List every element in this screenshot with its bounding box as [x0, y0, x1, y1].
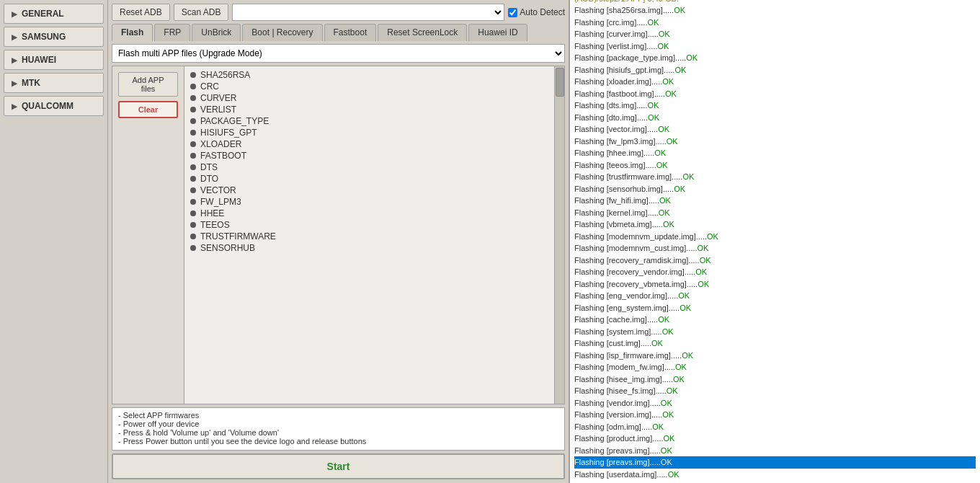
sidebar-item-samsung[interactable]: ▶ SAMSUNG	[4, 27, 104, 47]
log-line: Flashing [xloader.img].....OK	[574, 76, 976, 88]
instructions-panel: - Select APP firmwares- Power off your d…	[112, 407, 565, 451]
list-item: FASTBOOT	[190, 150, 548, 161]
log-line: Flashing [hisee_fs.img].....OK	[574, 385, 976, 397]
list-item: CURVER	[190, 92, 548, 104]
list-item: CRC	[190, 81, 548, 92]
log-line: Flashing [product.img].....OK	[574, 433, 976, 445]
arrow-icon: ▶	[12, 56, 17, 64]
list-item: SHA256RSA	[190, 69, 548, 81]
list-item: DTO	[190, 173, 548, 185]
file-controls: Add APP files Clear	[112, 66, 184, 404]
list-item: XLOADER	[190, 138, 548, 150]
reset-adb-button[interactable]: Reset ADB	[112, 4, 170, 21]
tab-boot-recovery[interactable]: Boot | Recovery	[242, 24, 322, 41]
log-line: Flashing [vbmeta.img].....OK	[574, 218, 976, 231]
list-item: VERLIST	[190, 104, 548, 115]
log-line: Flashing [package_type.img].....OK	[574, 52, 976, 64]
list-item: SENSORHUB	[190, 242, 548, 254]
dot-icon	[190, 222, 196, 228]
log-line: Flashing [preavs.img].....OK	[574, 456, 976, 469]
tab-frp[interactable]: FRP	[154, 24, 190, 41]
log-line: Flashing [eng_system.img].....OK	[574, 302, 976, 314]
log-line: Flashing [fw_hifi.img].....OK	[574, 195, 976, 207]
log-line: Flashing [modem_fw.img].....OK	[574, 361, 976, 373]
auto-detect-wrap: Auto Detect	[508, 7, 565, 17]
log-line: Flashing [dts.img].....OK	[574, 99, 976, 112]
auto-detect-checkbox[interactable]	[508, 8, 517, 17]
log-line: Flashing [hisee_img.img].....OK	[574, 373, 976, 386]
log-line: Flashing [modemnvm_cust.img].....OK	[574, 242, 976, 254]
dot-icon	[190, 176, 196, 182]
dot-icon	[190, 245, 196, 251]
auto-detect-label: Auto Detect	[520, 7, 565, 17]
toolbar: Reset ADB Scan ADB Auto Detect	[112, 4, 565, 21]
log-line: Flashing [eng_vendor.img].....OK	[574, 290, 976, 302]
log-line: Flashing [recovery_vendor.img].....OK	[574, 266, 976, 278]
sidebar: ▶ GENERAL ▶ SAMSUNG ▶ HUAWEI ▶ MTK ▶ QUA…	[0, 0, 108, 483]
dot-icon	[190, 153, 196, 159]
file-panel: Add APP files Clear SHA256RSACRCCURVERVE…	[112, 66, 565, 404]
dot-icon	[190, 199, 196, 205]
log-line: Flashing [recovery_ramdisk.img].....OK	[574, 254, 976, 267]
sidebar-item-mtk[interactable]: ▶ MTK	[4, 73, 104, 93]
arrow-icon: ▶	[12, 79, 17, 87]
dot-icon	[190, 234, 196, 239]
log-line: Flashing [sensorhub.img].....OK	[574, 183, 976, 195]
log-line: Flashing [modemnvm_update.img].....OK	[574, 231, 976, 243]
log-line: Flashing [cust.img].....OK	[574, 337, 976, 350]
sidebar-item-general[interactable]: ▶ GENERAL	[4, 4, 104, 24]
list-item: TEEOS	[190, 219, 548, 231]
sidebar-item-huawei[interactable]: ▶ HUAWEI	[4, 50, 104, 70]
list-item: HISIUFS_GPT	[190, 127, 548, 138]
tab-flash[interactable]: Flash	[112, 24, 153, 41]
tab-huawei-id[interactable]: Huawei ID	[468, 24, 527, 41]
tab-reset-screenlock[interactable]: Reset ScreenLock	[378, 24, 467, 41]
dot-icon	[190, 72, 196, 78]
dot-icon	[190, 211, 196, 216]
flash-mode-row: Flash multi APP files (Upgrade Mode)Flas…	[112, 44, 565, 63]
arrow-icon: ▶	[12, 10, 17, 18]
log-line: Flashing [vendor.img].....OK	[574, 397, 976, 409]
add-app-files-button[interactable]: Add APP files	[118, 72, 178, 97]
list-item: TRUSTFIRMWARE	[190, 231, 548, 242]
tab-unbrick[interactable]: UnBrick	[192, 24, 241, 41]
log-line: Flashing [system.img].....OK	[574, 326, 976, 338]
start-button[interactable]: Start	[112, 453, 565, 479]
log-line: Flashing [recovery_vbmeta.img].....OK	[574, 278, 976, 291]
log-line: Flashing [sha256rsa.img].....OK	[574, 4, 976, 17]
dot-icon	[190, 187, 196, 193]
instruction-line: - Press Power button until you see the d…	[118, 437, 558, 446]
file-list: SHA256RSACRCCURVERVERLISTPACKAGE_TYPEHIS…	[184, 66, 554, 404]
log-line: Flashing [trustfirmware.img].....OK	[574, 171, 976, 183]
clear-button[interactable]: Clear	[118, 101, 178, 118]
log-line: Flashing [teeos.img].....OK	[574, 159, 976, 172]
list-item: FW_LPM3	[190, 196, 548, 208]
dot-icon	[190, 118, 196, 124]
port-select[interactable]	[232, 4, 504, 21]
list-item: PACKAGE_TYPE	[190, 115, 548, 127]
log-panel: Searching for upgrade port.....Detected …	[569, 0, 980, 483]
log-line: Flashing [fastboot.img].....OK	[574, 88, 976, 100]
log-line: Flashing [crc.img].....OK	[574, 17, 976, 29]
instruction-line: - Select APP firmwares	[118, 411, 558, 420]
list-item: HHEE	[190, 208, 548, 219]
list-item: DTS	[190, 161, 548, 173]
scrollbar-track[interactable]	[554, 66, 564, 404]
log-line: Flashing [dto.img].....OK	[574, 112, 976, 124]
instruction-line: - Power off your device	[118, 420, 558, 428]
scrollbar-thumb[interactable]	[556, 68, 564, 97]
log-line: Flashing [cache.img].....OK	[574, 314, 976, 326]
arrow-icon: ▶	[12, 102, 17, 110]
log-line: Flashing [kernel.img].....OK	[574, 207, 976, 219]
log-line: Flashing [hhee.img].....OK	[574, 147, 976, 159]
tab-fastboot[interactable]: Fastboot	[324, 24, 377, 41]
log-line: Flashing [userdata.img].....OK	[574, 469, 976, 481]
dot-icon	[190, 107, 196, 112]
log-line: Flashing [verlist.img].....OK	[574, 40, 976, 53]
log-line: Flashing [curver.img].....OK	[574, 28, 976, 40]
dot-icon	[190, 130, 196, 136]
sidebar-item-qualcomm[interactable]: ▶ QUALCOMM	[4, 96, 104, 116]
log-line: Flashing [hisiufs_gpt.img].....OK	[574, 64, 976, 76]
flash-mode-select[interactable]: Flash multi APP files (Upgrade Mode)Flas…	[112, 44, 565, 63]
scan-adb-button[interactable]: Scan ADB	[174, 4, 229, 21]
